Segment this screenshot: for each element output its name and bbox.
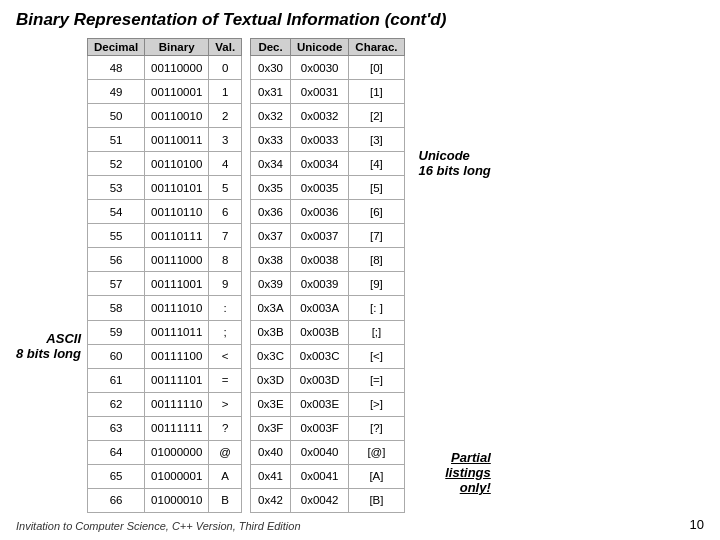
left-table: Decimal Binary Val. 48001100000490011000…: [87, 38, 242, 513]
unicode-label: Unicode 16 bits long: [419, 148, 491, 178]
table-row: 0x390x0039[9]: [251, 272, 404, 296]
col-charac: Charac.: [349, 39, 404, 56]
page-number: 10: [690, 517, 704, 532]
table-row: 6501000001A: [88, 464, 242, 488]
table-row: 48001100000: [88, 56, 242, 80]
table-row: 0x360x0036[6]: [251, 200, 404, 224]
table-row: 0x410x0041[A]: [251, 464, 404, 488]
table-row: 55001101117: [88, 224, 242, 248]
table-row: 0x370x0037[7]: [251, 224, 404, 248]
table-row: 0x400x0040[@]: [251, 440, 404, 464]
col-val: Val.: [209, 39, 242, 56]
table-row: 49001100011: [88, 80, 242, 104]
table-row: 0x3B0x003B[;]: [251, 320, 404, 344]
table-row: 0x3E0x003E[>]: [251, 392, 404, 416]
table-row: 0x3F0x003F[?]: [251, 416, 404, 440]
table-row: 50001100102: [88, 104, 242, 128]
table-row: 6601000010B: [88, 488, 242, 512]
table-row: 0x340x0034[4]: [251, 152, 404, 176]
table-row: 6300111111?: [88, 416, 242, 440]
table-row: 6401000000@: [88, 440, 242, 464]
table-row: 0x320x0032[2]: [251, 104, 404, 128]
table-row: 0x310x0031[1]: [251, 80, 404, 104]
partial-label: Partial listings only!: [419, 450, 491, 495]
table-row: 6000111100<: [88, 344, 242, 368]
table-row: 53001101015: [88, 176, 242, 200]
table-row: 0x380x0038[8]: [251, 248, 404, 272]
table-row: 6200111110>: [88, 392, 242, 416]
table-row: 56001110008: [88, 248, 242, 272]
col-unicode: Unicode: [290, 39, 348, 56]
table-row: 6100111101=: [88, 368, 242, 392]
footer: Invitation to Computer Science, C++ Vers…: [16, 517, 704, 532]
col-binary: Binary: [145, 39, 209, 56]
ascii-label: ASCII 8 bits long: [16, 178, 87, 513]
table-row: 0x350x0035[5]: [251, 176, 404, 200]
table-row: 0x3C0x003C[<]: [251, 344, 404, 368]
table-row: 5800111010:: [88, 296, 242, 320]
table-row: 0x300x0030[0]: [251, 56, 404, 80]
table-row: 0x3D0x003D[=]: [251, 368, 404, 392]
table-row: 57001110019: [88, 272, 242, 296]
col-dec: Dec.: [251, 39, 291, 56]
page: Binary Representation of Textual Informa…: [0, 0, 720, 540]
table-row: 5900111011;: [88, 320, 242, 344]
table-row: 51001100113: [88, 128, 242, 152]
right-table: Dec. Unicode Charac. 0x300x0030[0]0x310x…: [250, 38, 404, 513]
tables-container: Decimal Binary Val. 48001100000490011000…: [87, 38, 405, 513]
table-row: 0x3A0x003A[: ]: [251, 296, 404, 320]
table-row: 0x420x0042[B]: [251, 488, 404, 512]
col-decimal: Decimal: [88, 39, 145, 56]
table-row: 54001101106: [88, 200, 242, 224]
table-row: 0x330x0033[3]: [251, 128, 404, 152]
page-title: Binary Representation of Textual Informa…: [16, 10, 704, 30]
table-row: 52001101004: [88, 152, 242, 176]
footer-text: Invitation to Computer Science, C++ Vers…: [16, 520, 301, 532]
